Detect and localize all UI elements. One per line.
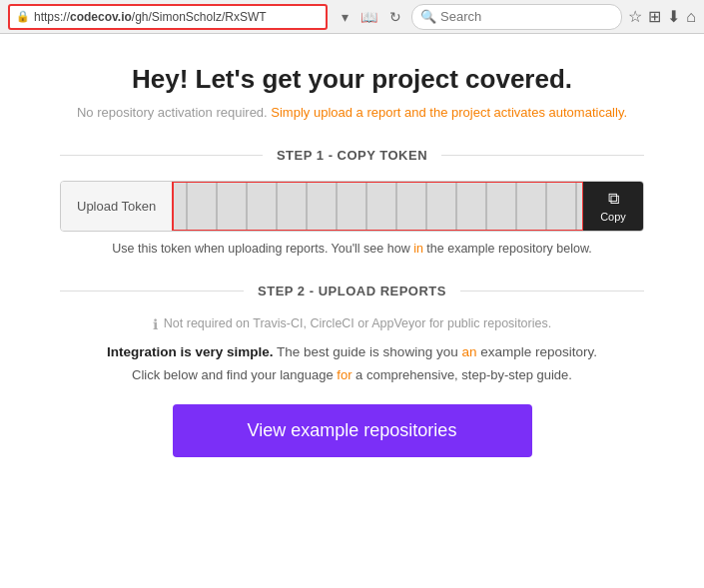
divider-left — [60, 155, 263, 156]
page-content: Hey! Let's get your project covered. No … — [0, 34, 704, 497]
search-bar[interactable]: 🔍 — [411, 4, 622, 30]
search-icon: 🔍 — [420, 9, 436, 24]
copy-button-label: Copy — [600, 211, 626, 223]
download-icon[interactable]: ⬇ — [667, 7, 680, 26]
cta-wrapper: View example repositories — [60, 404, 644, 457]
integration-rest: The best guide is showing you — [274, 344, 462, 359]
view-examples-button[interactable]: View example repositories — [173, 404, 532, 457]
url-icon: 🔒 — [16, 10, 30, 23]
refresh-icon[interactable]: ↻ — [385, 7, 405, 27]
token-hint: Use this token when uploading reports. Y… — [60, 242, 644, 256]
info-note-text: Not required on Travis-CI, CircleCI or A… — [164, 316, 551, 330]
divider2-right — [460, 291, 644, 292]
token-value — [172, 181, 584, 232]
search-input[interactable] — [440, 9, 613, 24]
click-after: a comprehensive, step-by-step guide. — [352, 367, 572, 382]
token-hint-link: in — [413, 242, 423, 256]
subtitle: No repository activation required. Simpl… — [60, 105, 644, 120]
browser-nav-icons: ▾ 📖 ↻ — [338, 7, 405, 27]
token-label: Upload Token — [61, 182, 173, 231]
token-hint-after: the example repository below. — [423, 242, 592, 256]
info-note-row: ℹ Not required on Travis-CI, CircleCI or… — [60, 316, 644, 332]
home-icon[interactable]: ⌂ — [686, 8, 696, 26]
star-icon[interactable]: ☆ — [628, 7, 642, 26]
step2-label: STEP 2 - UPLOAD REPORTS — [244, 284, 460, 298]
click-highlight: for — [337, 367, 352, 382]
grid-icon[interactable]: ⊞ — [648, 7, 661, 26]
browser-chrome: 🔒 https://codecov.io/gh/SimonScholz/RxSW… — [0, 0, 704, 34]
browser-action-buttons: ☆ ⊞ ⬇ ⌂ — [628, 7, 696, 26]
url-prefix: https:// — [34, 10, 70, 24]
info-icon: ℹ — [153, 316, 158, 332]
divider-right — [441, 155, 644, 156]
click-text: Click below and find your language for a… — [60, 367, 644, 382]
bookmark-icon[interactable]: 📖 — [356, 7, 381, 27]
integration-strong: Integration is very simple. — [107, 344, 274, 359]
dropdown-icon[interactable]: ▾ — [338, 7, 352, 27]
subtitle-static: No repository activation required. — [77, 105, 268, 120]
url-path: /gh/SimonScholz/RxSWT — [132, 10, 267, 24]
url-text: https://codecov.io/gh/SimonScholz/RxSWT — [34, 10, 267, 24]
copy-icon: ⧉ — [608, 190, 619, 208]
subtitle-highlight: Simply upload a report and the project a… — [268, 105, 627, 120]
copy-button[interactable]: ⧉ Copy — [583, 182, 643, 231]
url-domain: codecov.io — [70, 10, 132, 24]
step2-divider: STEP 2 - UPLOAD REPORTS — [60, 284, 644, 298]
click-before: Click below and find your language — [132, 367, 337, 382]
step1-label: STEP 1 - COPY TOKEN — [263, 148, 441, 163]
integration-highlight: an — [461, 344, 476, 359]
page-title: Hey! Let's get your project covered. — [60, 64, 644, 95]
token-hint-before: Use this token when uploading reports. Y… — [112, 242, 413, 256]
token-row: Upload Token ⧉ Copy — [60, 181, 644, 232]
url-bar[interactable]: 🔒 https://codecov.io/gh/SimonScholz/RxSW… — [8, 4, 328, 30]
integration-text: Integration is very simple. The best gui… — [60, 344, 644, 359]
divider2-left — [60, 291, 244, 292]
integration-rest2: example repository. — [476, 344, 597, 359]
step1-divider: STEP 1 - COPY TOKEN — [60, 148, 644, 163]
